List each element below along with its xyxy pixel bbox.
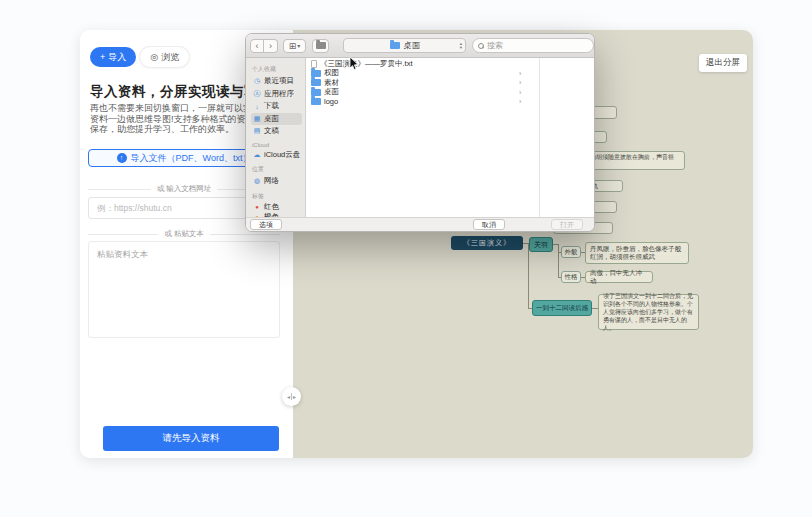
mindmap-node-appearance-text[interactable]: 丹凤眼，卧蚕眉，脸色像枣子般红润，胡须很长很威武: [585, 242, 689, 264]
sidebar-item-label: 下载: [264, 101, 279, 111]
file-name: 素材: [324, 78, 339, 88]
pane-resize-handle[interactable]: ◂ ▸: [282, 387, 301, 406]
connector-line: [558, 244, 559, 277]
recents-icon: ◷: [253, 77, 261, 85]
red-tag-icon: ●: [253, 204, 261, 210]
dialog-toolbar: ‹ › ⊞ ▾ 桌面 ▴ ▾ 搜索: [246, 34, 594, 58]
column-divider: [539, 58, 540, 217]
file-row-folder[interactable]: 素材 ›: [306, 78, 594, 88]
sidebar-item-desktop[interactable]: ▦ 桌面: [251, 113, 302, 126]
dialog-body: 个人收藏 ◷ 最近项目 Ⓐ 应用程序 ↓ 下载 ▦ 桌面: [246, 58, 594, 217]
connector-line: [528, 243, 529, 308]
sidebar-item-label: 桌面: [264, 114, 279, 124]
chevron-down-icon: ▾: [297, 40, 300, 52]
documents-icon: ▤: [253, 127, 261, 135]
sidebar-item-label: 文稿: [264, 126, 279, 136]
sidebar-section-icloud: iCloud: [252, 142, 302, 148]
folder-icon: [311, 79, 321, 86]
resize-right-icon: ▸: [293, 393, 296, 400]
folder-icon: [311, 70, 321, 77]
sidebar-item-recents[interactable]: ◷ 最近项目: [251, 75, 302, 88]
cancel-button[interactable]: 取消: [473, 219, 505, 230]
folder-icon: [390, 42, 400, 49]
browse-icon: ◎: [150, 52, 158, 62]
file-name: logo: [324, 97, 338, 106]
search-placeholder: 搜索: [487, 40, 503, 51]
search-icon: [478, 43, 484, 49]
desktop-icon: ▦: [253, 115, 261, 123]
location-label: 桌面: [404, 40, 420, 51]
open-button[interactable]: 打开: [551, 219, 583, 230]
paste-divider-label: 或 粘贴文本: [164, 229, 204, 239]
browse-tab-label: 浏览: [161, 51, 179, 64]
mindmap-node-review-text[interactable]: 读了三国演义一到十二回合后，见识到各个不同的人物性格形象。个人觉得应该向他们多学…: [598, 294, 699, 330]
folder-icon: [316, 42, 326, 49]
mindmap-node-personality-text[interactable]: 高傲，目中无人冲动: [585, 271, 653, 283]
page-background: + 导入 ◎ 浏览 导入资料，分屏实现读与写 再也不需要来回切换窗口，一屏就可以…: [0, 0, 812, 517]
disclosure-icon: ›: [519, 89, 521, 96]
file-open-dialog: ‹ › ⊞ ▾ 桌面 ▴ ▾ 搜索: [245, 33, 595, 232]
resize-bar-icon: [291, 393, 292, 400]
mindmap-node-personality-label[interactable]: 性格: [561, 271, 581, 283]
import-submit-button[interactable]: 请先导入资料: [103, 426, 279, 451]
back-button[interactable]: ‹: [250, 39, 264, 53]
dialog-footer: 选项 取消 打开: [246, 217, 594, 231]
mindmap-node-guanyu[interactable]: 关羽: [529, 237, 553, 252]
location-dropdown[interactable]: 桌面 ▴ ▾: [343, 38, 466, 53]
options-button[interactable]: 选项: [250, 219, 282, 230]
page-title: 导入资料，分屏实现读与写: [90, 83, 258, 101]
view-grid-icon: ⊞: [289, 40, 297, 52]
folder-icon: [311, 89, 321, 96]
plus-icon: +: [100, 52, 105, 62]
file-name: 《三国演义》——罗贯中.txt: [320, 59, 413, 69]
paste-text-area[interactable]: [88, 241, 280, 338]
resize-left-icon: ◂: [287, 393, 290, 400]
disclosure-icon: ›: [519, 98, 521, 105]
view-mode-button[interactable]: ⊞ ▾: [283, 39, 306, 53]
file-list: 《三国演义》——罗贯中.txt 权图 › 素材 › 桌面 ›: [306, 58, 594, 217]
sidebar-item-documents[interactable]: ▤ 文稿: [251, 125, 302, 138]
sidebar-section-favorites: 个人收藏: [252, 65, 302, 74]
file-name: 权图: [324, 68, 339, 78]
network-icon: ◍: [253, 177, 261, 185]
import-tab-button[interactable]: + 导入: [90, 47, 136, 67]
file-row-folder[interactable]: logo ›: [306, 97, 594, 107]
sidebar-item-icloud-drive[interactable]: ☁ iCloud云盘: [251, 149, 302, 162]
sidebar-item-tag-red[interactable]: ● 红色: [251, 202, 302, 212]
sidebar-item-label: 红色: [264, 202, 279, 212]
sidebar-item-label: 网络: [264, 176, 279, 186]
import-tab-label: 导入: [108, 51, 126, 64]
stepper-down-icon: ▾: [460, 46, 462, 50]
folder-icon: [311, 98, 321, 105]
dialog-sidebar: 个人收藏 ◷ 最近项目 Ⓐ 应用程序 ↓ 下载 ▦ 桌面: [246, 58, 306, 217]
sidebar-item-label: 应用程序: [264, 89, 294, 99]
sidebar-item-label: 最近项目: [264, 76, 294, 86]
import-file-label: 导入文件（PDF、Word、txt）: [131, 152, 252, 165]
file-name: 桌面: [324, 87, 339, 97]
disclosure-icon: ›: [519, 79, 521, 86]
sidebar-item-applications[interactable]: Ⓐ 应用程序: [251, 88, 302, 101]
stepper-icon: ▴ ▾: [460, 42, 462, 50]
sidebar-item-downloads[interactable]: ↓ 下载: [251, 100, 302, 113]
disclosure-icon: ›: [519, 70, 521, 77]
file-row-folder[interactable]: 桌面 ›: [306, 88, 594, 98]
sidebar-section-tags: 标签: [252, 192, 302, 201]
sidebar-item-network[interactable]: ◍ 网络: [251, 175, 302, 188]
downloads-icon: ↓: [253, 103, 261, 110]
search-input[interactable]: 搜索: [472, 38, 594, 53]
sidebar-item-label: iCloud云盘: [264, 150, 300, 160]
document-file-icon: [311, 60, 317, 68]
browse-tab-button[interactable]: ◎ 浏览: [140, 47, 189, 67]
cloud-icon: ☁: [253, 151, 261, 159]
upload-icon: ↑: [117, 153, 127, 163]
mindmap-root-node[interactable]: 《三国演义》: [451, 236, 523, 250]
url-divider-label: 或 输入文档网址: [157, 184, 212, 194]
sidebar-section-locations: 位置: [252, 165, 302, 174]
mindmap-node-review-label[interactable]: 一到十二回读后感: [532, 300, 592, 316]
mouse-cursor: [349, 57, 359, 75]
mindmap-node-appearance-label[interactable]: 外貌: [561, 246, 581, 258]
exit-splitscreen-button[interactable]: 退出分屏: [699, 54, 747, 72]
applications-icon: Ⓐ: [253, 89, 261, 99]
folder-action-button[interactable]: [312, 39, 329, 53]
forward-button[interactable]: ›: [264, 39, 278, 53]
